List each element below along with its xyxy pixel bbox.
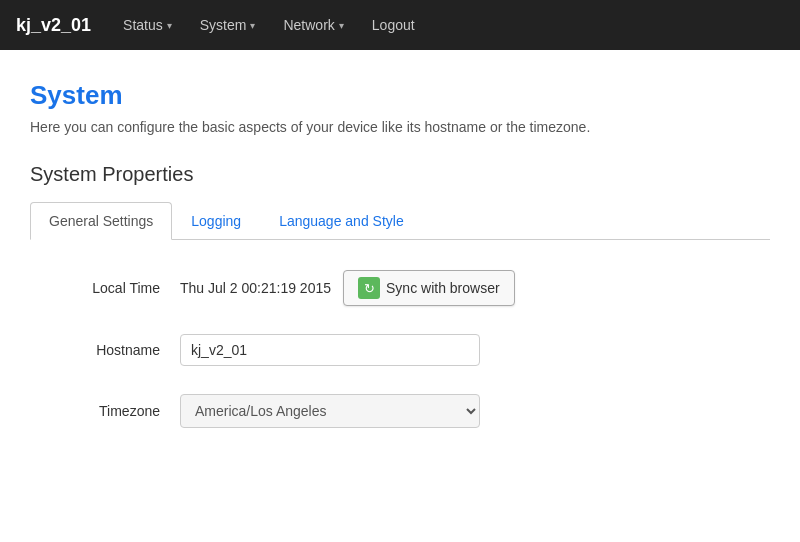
tabs-container: General Settings Logging Language and St… <box>30 202 770 240</box>
local-time-value-group: Thu Jul 2 00:21:19 2015 ↻ Sync with brow… <box>180 270 515 306</box>
form-section: Local Time Thu Jul 2 00:21:19 2015 ↻ Syn… <box>30 270 770 428</box>
timezone-row: Timezone America/Los Angeles America/New… <box>40 394 760 428</box>
nav-item-status[interactable]: Status ▾ <box>111 9 184 41</box>
local-time-row: Local Time Thu Jul 2 00:21:19 2015 ↻ Syn… <box>40 270 760 306</box>
nav-network-label: Network <box>283 17 334 33</box>
page-description: Here you can configure the basic aspects… <box>30 119 770 135</box>
hostname-value-group <box>180 334 480 366</box>
brand-logo[interactable]: kj_v2_01 <box>16 15 91 36</box>
tab-general-settings[interactable]: General Settings <box>30 202 172 240</box>
section-title: System Properties <box>30 163 770 186</box>
nav-logout-label: Logout <box>372 17 415 33</box>
sync-button-label: Sync with browser <box>386 280 500 296</box>
nav-item-logout[interactable]: Logout <box>360 9 427 41</box>
sync-icon: ↻ <box>358 277 380 299</box>
navbar: kj_v2_01 Status ▾ System ▾ Network ▾ Log… <box>0 0 800 50</box>
nav-item-system[interactable]: System ▾ <box>188 9 268 41</box>
chevron-down-icon: ▾ <box>167 20 172 31</box>
sync-with-browser-button[interactable]: ↻ Sync with browser <box>343 270 515 306</box>
nav-item-network[interactable]: Network ▾ <box>271 9 355 41</box>
local-time-label: Local Time <box>40 280 180 296</box>
local-time-text: Thu Jul 2 00:21:19 2015 <box>180 280 331 296</box>
main-content: System Here you can configure the basic … <box>0 50 800 476</box>
hostname-label: Hostname <box>40 342 180 358</box>
tab-logging[interactable]: Logging <box>172 202 260 240</box>
timezone-select[interactable]: America/Los Angeles America/New York Eur… <box>180 394 480 428</box>
page-title: System <box>30 80 770 111</box>
nav-status-label: Status <box>123 17 163 33</box>
hostname-row: Hostname <box>40 334 760 366</box>
nav-system-label: System <box>200 17 247 33</box>
chevron-down-icon: ▾ <box>250 20 255 31</box>
nav-menu: Status ▾ System ▾ Network ▾ Logout <box>111 9 427 41</box>
tab-language-and-style[interactable]: Language and Style <box>260 202 423 240</box>
timezone-label: Timezone <box>40 403 180 419</box>
hostname-input[interactable] <box>180 334 480 366</box>
timezone-value-group: America/Los Angeles America/New York Eur… <box>180 394 480 428</box>
chevron-down-icon: ▾ <box>339 20 344 31</box>
